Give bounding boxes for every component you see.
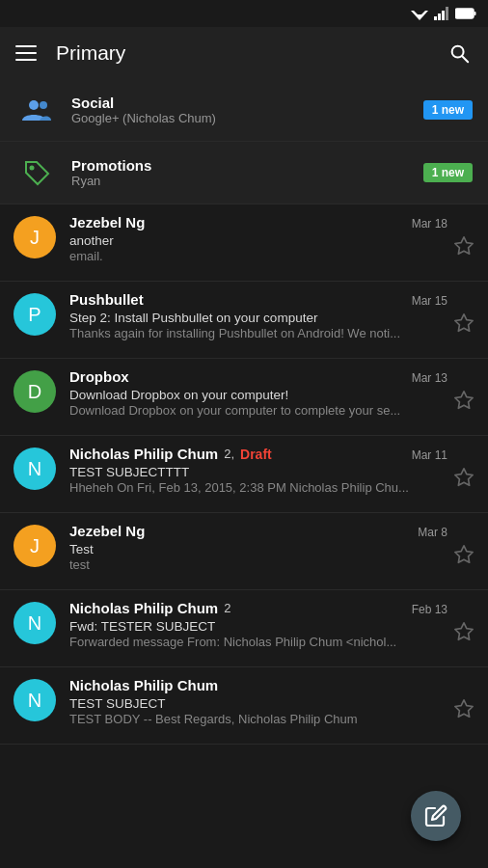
email-preview: Forwarded message From: Nicholas Philip …	[69, 635, 447, 649]
sender-name: Nicholas Philip Chum	[69, 677, 218, 693]
sender-name: Pushbullet	[69, 291, 144, 308]
svg-rect-4	[438, 14, 441, 20]
wifi-icon	[411, 7, 428, 20]
email-preview: Download Dropbox on your computer to com…	[69, 403, 447, 418]
search-button[interactable]	[446, 40, 473, 67]
category-promotions[interactable]: Promotions Ryan 1 new	[0, 142, 488, 204]
category-social[interactable]: Social Google+ (Nicholas Chum) 1 new	[0, 79, 488, 142]
menu-button[interactable]	[15, 45, 37, 61]
hamburger-line-3	[15, 59, 37, 61]
email-row[interactable]: JJezebel NgMar 18anotheremail.	[0, 204, 488, 282]
avatar: N	[14, 602, 56, 644]
svg-rect-8	[474, 12, 476, 15]
email-date: Mar 18	[412, 217, 447, 231]
email-subject: TEST SUBJECTTTT	[69, 465, 447, 479]
email-date: Feb 13	[412, 603, 447, 616]
email-row[interactable]: PPushbulletMar 15Step 2: Install Pushbul…	[0, 282, 488, 359]
email-content: DropboxMar 13Download Dropbox on your co…	[69, 368, 447, 418]
email-list: JJezebel NgMar 18anotheremail.PPushbulle…	[0, 204, 488, 745]
search-icon	[448, 42, 470, 64]
hamburger-line-2	[15, 52, 37, 54]
email-sender: Jezebel Ng	[69, 523, 145, 539]
social-category-name: Social	[71, 95, 423, 111]
email-preview: test	[69, 557, 447, 572]
email-top-row: PushbulletMar 15	[69, 291, 447, 308]
email-content: PushbulletMar 15Step 2: Install Pushbull…	[69, 291, 447, 340]
email-count: 2	[224, 601, 230, 615]
star-button[interactable]	[447, 677, 474, 719]
star-button[interactable]	[447, 214, 474, 257]
email-row[interactable]: NNicholas Philip ChumTEST SUBJECTTEST BO…	[0, 667, 488, 745]
email-count: 2,	[224, 447, 234, 461]
email-subject: another	[69, 233, 447, 248]
email-content: Jezebel NgMar 8Testtest	[69, 523, 447, 572]
sender-name: Nicholas Philip Chum	[69, 446, 218, 462]
social-category-icon	[15, 89, 58, 131]
star-button[interactable]	[447, 446, 474, 488]
email-subject: Download Dropbox on your computer!	[69, 388, 447, 402]
sender-name: Jezebel Ng	[69, 523, 145, 539]
sender-name: Dropbox	[69, 368, 129, 385]
svg-marker-16	[455, 314, 473, 331]
hamburger-line-1	[15, 45, 37, 47]
email-top-row: Nicholas Philip Chum2Feb 13	[69, 600, 447, 616]
toolbar: Primary	[0, 27, 488, 79]
email-date: Mar 8	[418, 526, 447, 539]
svg-rect-6	[446, 7, 448, 20]
email-row[interactable]: DDropboxMar 13Download Dropbox on your c…	[0, 359, 488, 436]
svg-point-12	[29, 100, 39, 110]
avatar: N	[14, 448, 56, 490]
svg-marker-15	[455, 237, 473, 254]
email-top-row: Jezebel NgMar 8	[69, 523, 447, 539]
promo-category-icon	[15, 151, 58, 194]
star-button[interactable]	[447, 600, 474, 642]
star-icon	[453, 390, 474, 411]
star-button[interactable]	[447, 368, 474, 411]
draft-badge: Draft	[240, 447, 272, 462]
signal-icon	[434, 7, 449, 20]
svg-marker-17	[455, 392, 473, 408]
avatar: J	[14, 525, 56, 567]
social-category-info: Social Google+ (Nicholas Chum)	[71, 95, 423, 125]
star-icon	[453, 621, 474, 642]
email-subject: TEST SUBJECT	[69, 696, 447, 711]
email-top-row: Nicholas Philip Chum2,DraftMar 11	[69, 446, 447, 462]
star-icon	[453, 235, 474, 257]
social-category-sub: Google+ (Nicholas Chum)	[71, 111, 423, 125]
email-row[interactable]: NNicholas Philip Chum2,DraftMar 11TEST S…	[0, 436, 488, 513]
promo-category-name: Promotions	[71, 157, 423, 174]
promo-category-info: Promotions Ryan	[71, 157, 423, 188]
compose-button[interactable]	[411, 791, 461, 841]
email-preview: email.	[69, 249, 447, 263]
svg-rect-5	[442, 11, 445, 20]
email-sender: Nicholas Philip Chum	[69, 677, 218, 693]
email-preview: Hheheh On Fri, Feb 13, 2015, 2:38 PM Nic…	[69, 480, 447, 495]
email-preview: TEST BODY -- Best Regards, Nicholas Phil…	[69, 712, 447, 726]
svg-marker-19	[455, 546, 473, 562]
svg-rect-9	[457, 11, 473, 17]
email-row[interactable]: NNicholas Philip Chum2Feb 13Fwd: TESTER …	[0, 590, 488, 667]
star-icon	[453, 467, 474, 488]
people-icon	[22, 97, 51, 122]
email-row[interactable]: JJezebel NgMar 8Testtest	[0, 513, 488, 590]
promo-category-sub: Ryan	[71, 174, 423, 188]
email-subject: Test	[69, 542, 447, 556]
promo-badge: 1 new	[423, 163, 473, 182]
svg-marker-18	[455, 469, 473, 485]
svg-line-11	[462, 56, 468, 62]
social-badge: 1 new	[423, 100, 473, 120]
tag-icon	[23, 159, 50, 186]
star-icon	[453, 544, 474, 565]
star-button[interactable]	[447, 523, 474, 565]
email-content: Nicholas Philip ChumTEST SUBJECTTEST BOD…	[69, 677, 447, 726]
status-bar	[0, 0, 488, 27]
email-sender: Nicholas Philip Chum2	[69, 600, 230, 616]
email-subject: Step 2: Install Pushbullet on your compu…	[69, 311, 447, 325]
email-date: Mar 11	[412, 448, 447, 462]
svg-rect-3	[434, 16, 437, 20]
email-sender: Dropbox	[69, 368, 129, 385]
sender-name: Jezebel Ng	[69, 214, 145, 231]
star-button[interactable]	[447, 291, 474, 334]
email-top-row: Jezebel NgMar 18	[69, 214, 447, 231]
avatar: N	[14, 679, 56, 721]
